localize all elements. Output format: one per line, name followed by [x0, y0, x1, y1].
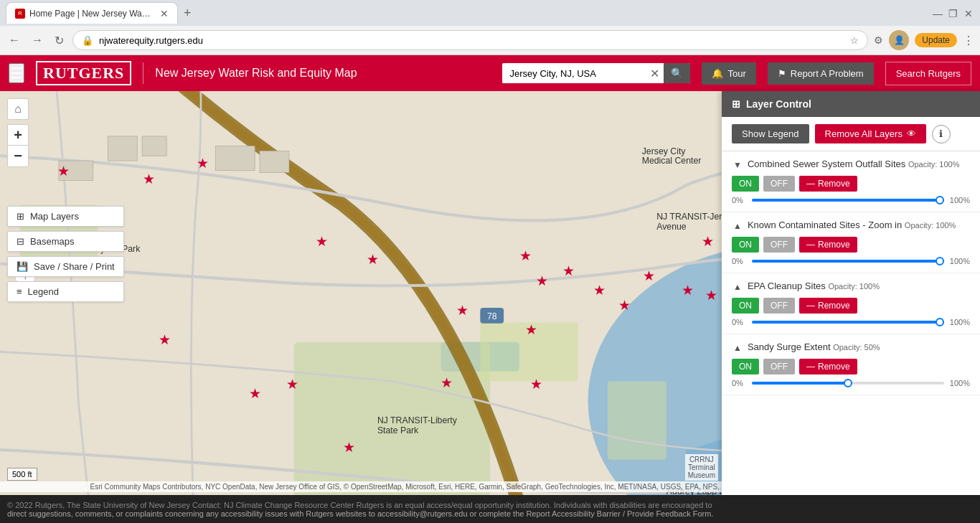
layer-3-header: ▲ EPA Cleanup Sites Opacity: 100%: [732, 281, 970, 293]
layer-2-header: ▲ Known Contaminated Sites - Zoom in Opa…: [732, 220, 970, 232]
layer-2-on-button[interactable]: ON: [732, 237, 759, 253]
flag-icon: ⚑: [778, 68, 786, 79]
svg-text:★: ★: [367, 252, 379, 267]
layer-4-controls: ON OFF — Remove: [732, 359, 970, 374]
layer-2-opacity-row: 0% 100%: [732, 257, 970, 265]
layer-control-toolbar: Show Legend Remove All Layers 👁 ℹ: [722, 117, 980, 151]
location-search-input[interactable]: [502, 64, 646, 83]
layer-2-opacity-slider[interactable]: [752, 260, 944, 263]
active-tab[interactable]: R Home Page | New Jersey Water R... ✕: [6, 2, 178, 24]
bookmark-icon[interactable]: ☆: [850, 35, 859, 46]
svg-rect-12: [216, 146, 255, 171]
layer-2-remove-button[interactable]: — Remove: [799, 237, 857, 253]
svg-rect-6: [608, 381, 666, 459]
map-layers-button[interactable]: ⊞ Map Layers: [7, 206, 124, 227]
tour-button[interactable]: 🔔 Tour: [702, 62, 755, 85]
layer-2-controls: ON OFF — Remove: [732, 237, 970, 253]
address-bar-row: ← → ↻ 🔒 ☆ ⚙ 👤 Update ⋮: [0, 26, 980, 55]
url-input[interactable]: [99, 35, 844, 46]
layer-2-collapse-button[interactable]: ▲: [732, 220, 743, 232]
layer-1-on-button[interactable]: ON: [732, 176, 759, 192]
svg-text:★: ★: [343, 440, 355, 455]
crrnj-credit: CRRNJTerminalMuseum: [685, 454, 718, 481]
layer-4-opacity-slider[interactable]: [752, 382, 944, 385]
layer-4-off-button[interactable]: OFF: [763, 359, 795, 374]
footer-copyright: © 2022 Rutgers, The State University of …: [7, 501, 973, 509]
layer-3-on-button[interactable]: ON: [732, 298, 759, 314]
tab-close-button[interactable]: ✕: [160, 8, 169, 19]
sidebar-panel: ⊞ Map Layers ⊟ Basemaps 💾 Save / Share /…: [7, 206, 124, 302]
svg-text:★: ★: [593, 283, 606, 298]
layer-3-opacity-slider[interactable]: [752, 321, 944, 324]
layer-1-opacity-slider[interactable]: [752, 199, 944, 202]
close-button[interactable]: ✕: [964, 8, 974, 18]
svg-text:★: ★: [643, 268, 655, 283]
svg-text:★: ★: [525, 322, 537, 337]
reload-button[interactable]: ↻: [52, 31, 67, 50]
minus-icon-2: —: [806, 240, 815, 250]
layer-4-on-button[interactable]: ON: [732, 359, 759, 374]
layer-control-header: ⊞ Layer Control: [722, 91, 980, 117]
remove-all-layers-button[interactable]: Remove All Layers 👁: [815, 124, 926, 143]
svg-text:Medical Center: Medical Center: [642, 156, 702, 166]
layer-1-off-button[interactable]: OFF: [763, 176, 795, 192]
rutgers-logo: RUTGERS: [36, 61, 131, 85]
chrome-menu-icon[interactable]: ⋮: [963, 34, 974, 47]
layer-3-off-button[interactable]: OFF: [763, 298, 795, 314]
layer-item-1: ▼ Combined Sewer System Outfall Sites Op…: [722, 151, 980, 212]
minimize-button[interactable]: —: [933, 8, 943, 18]
extensions-icon[interactable]: ⚙: [874, 34, 883, 46]
layer-4-collapse-button[interactable]: ▲: [732, 341, 743, 354]
layer-1-remove-button[interactable]: — Remove: [799, 176, 857, 192]
footer-accessibility: direct suggestions, comments, or complai…: [7, 509, 973, 518]
svg-text:★: ★: [440, 375, 453, 390]
lock-icon: 🔒: [82, 35, 93, 46]
maximize-button[interactable]: ❐: [948, 8, 958, 18]
svg-rect-13: [260, 151, 289, 172]
svg-text:★: ★: [197, 156, 209, 171]
header-search-box[interactable]: ✕ 🔍: [502, 63, 690, 83]
layer-3-opacity-label: Opacity: 100%: [828, 282, 880, 291]
search-rutgers-button[interactable]: Search Rutgers: [885, 62, 971, 85]
search-submit-button[interactable]: 🔍: [664, 63, 690, 83]
forward-button[interactable]: →: [29, 31, 46, 50]
bell-icon: 🔔: [712, 68, 723, 79]
home-control[interactable]: ⌂: [7, 98, 29, 120]
layer-info-button[interactable]: ℹ: [932, 125, 951, 143]
layer-4-name: Sandy Surge Extent Opacity: 50%: [748, 341, 970, 352]
home-button[interactable]: ⌂: [7, 98, 29, 120]
tab-favicon: R: [15, 9, 25, 19]
svg-text:★: ★: [316, 234, 328, 249]
layer-3-remove-button[interactable]: — Remove: [799, 298, 857, 314]
layer-4-opacity-label: Opacity: 50%: [833, 343, 880, 352]
svg-text:State Park: State Park: [377, 425, 419, 435]
svg-text:★: ★: [530, 377, 542, 392]
report-problem-button[interactable]: ⚑ Report A Problem: [768, 62, 874, 85]
back-button[interactable]: ←: [6, 31, 23, 50]
svg-text:★: ★: [705, 288, 717, 303]
address-bar[interactable]: 🔒 ☆: [72, 30, 868, 50]
layer-2-off-button[interactable]: OFF: [763, 237, 795, 253]
layer-2-name: Known Contaminated Sites - Zoom in Opaci…: [748, 220, 970, 230]
search-clear-button[interactable]: ✕: [646, 67, 664, 80]
layer-4-remove-button[interactable]: — Remove: [799, 359, 857, 374]
zoom-in-button[interactable]: +: [7, 124, 29, 146]
layer-1-opacity-row: 0% 100%: [732, 196, 970, 204]
layer-3-collapse-button[interactable]: ▲: [732, 281, 743, 293]
layer-1-collapse-button[interactable]: ▼: [732, 159, 743, 171]
legend-button[interactable]: ≡ Legend: [7, 281, 124, 302]
save-share-print-button[interactable]: 💾 Save / Share / Print: [7, 256, 124, 277]
new-tab-button[interactable]: +: [181, 6, 194, 21]
menu-button[interactable]: ☰: [9, 63, 24, 83]
basemaps-button[interactable]: ⊟ Basemaps: [7, 231, 124, 252]
layer-4-header: ▲ Sandy Surge Extent Opacity: 50%: [732, 341, 970, 354]
profile-button[interactable]: 👤: [889, 30, 909, 50]
footer: © 2022 Rutgers, The State University of …: [0, 495, 980, 523]
zoom-out-button[interactable]: −: [7, 146, 29, 167]
app-header: ☰ RUTGERS New Jersey Water Risk and Equi…: [0, 55, 980, 91]
show-legend-button[interactable]: Show Legend: [732, 124, 809, 143]
update-button[interactable]: Update: [915, 33, 957, 47]
svg-rect-10: [142, 136, 166, 156]
svg-text:78: 78: [487, 311, 497, 321]
svg-text:★: ★: [159, 332, 171, 347]
